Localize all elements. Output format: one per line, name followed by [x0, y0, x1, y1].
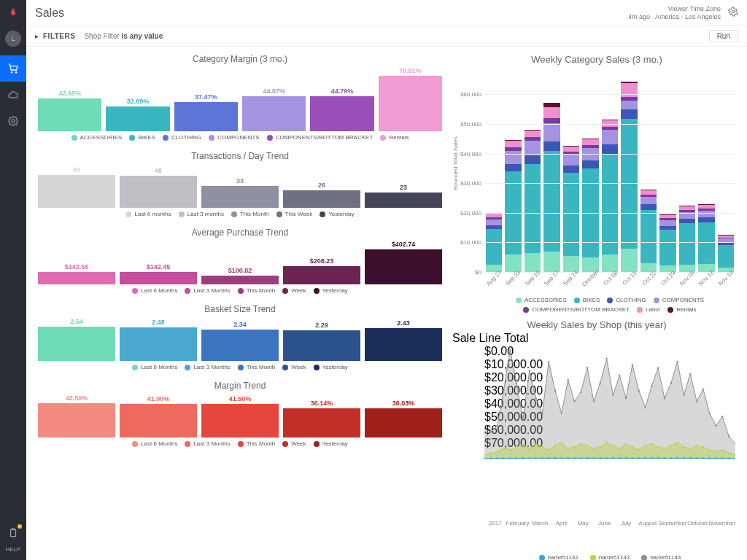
legend-item[interactable]: ACCESSORIES [516, 297, 567, 303]
legend-item[interactable]: Yesterday [314, 364, 348, 370]
legend-item[interactable]: This Week [276, 211, 313, 217]
bar[interactable] [310, 96, 374, 131]
bar-segment[interactable] [525, 253, 541, 272]
bar[interactable] [283, 408, 360, 438]
bar-segment[interactable] [505, 254, 521, 272]
bar[interactable] [283, 266, 360, 284]
filter-description[interactable]: Shop Filter is any value [84, 32, 163, 40]
legend-item[interactable]: Rentals [667, 306, 696, 313]
legend-item[interactable]: BIKES [574, 297, 600, 303]
legend-item[interactable]: Yesterday [320, 211, 354, 217]
bar-segment[interactable] [602, 144, 618, 153]
bar[interactable] [120, 327, 197, 361]
legend-item[interactable]: Last 3 Months [185, 364, 230, 370]
bar-segment[interactable] [718, 245, 734, 267]
legend-item[interactable]: Rentals [380, 134, 409, 141]
legend-item[interactable]: name51142 [539, 554, 578, 560]
sidebar-item-help[interactable] [0, 523, 26, 543]
bar-segment[interactable] [640, 204, 657, 209]
bar-segment[interactable] [563, 147, 579, 152]
legend-item[interactable]: Last 3 Months [185, 440, 230, 447]
legend-item[interactable]: Last 3 months [179, 211, 224, 217]
bar[interactable] [365, 249, 442, 284]
bar[interactable] [379, 76, 442, 131]
bar-segment[interactable] [640, 210, 657, 263]
legend-item[interactable]: BIKES [129, 134, 155, 141]
bar-segment[interactable] [679, 223, 695, 265]
filters-label[interactable]: FILTERS [43, 32, 75, 40]
bar[interactable] [38, 98, 101, 131]
bar[interactable] [365, 408, 442, 438]
sidebar-item-settings[interactable] [0, 108, 26, 134]
help-label[interactable]: HELP [0, 543, 26, 560]
bar[interactable] [283, 190, 360, 208]
legend-item[interactable]: name51143 [590, 554, 630, 560]
bar[interactable] [38, 327, 115, 361]
bar-segment[interactable] [621, 101, 637, 109]
bar-segment[interactable] [543, 141, 560, 151]
bar-segment[interactable] [543, 107, 560, 118]
bar-segment[interactable] [563, 155, 579, 166]
legend-item[interactable]: This Month [238, 287, 276, 294]
bar-segment[interactable] [563, 256, 579, 272]
bar-segment[interactable] [698, 211, 714, 217]
bar-segment[interactable] [543, 151, 560, 252]
bar-segment[interactable] [505, 164, 521, 171]
filters-toggle[interactable]: ▸ [35, 32, 39, 40]
legend-item[interactable]: This Month [238, 364, 276, 370]
bar-segment[interactable] [659, 220, 676, 226]
legend-item[interactable]: COMPONENTS [209, 134, 259, 141]
bar[interactable] [201, 404, 279, 438]
bar[interactable] [201, 186, 279, 208]
legend-item[interactable]: Yesterday [314, 440, 348, 447]
legend-item[interactable]: CLOTHING [607, 297, 646, 303]
bar[interactable] [120, 404, 197, 438]
run-button[interactable]: Run [709, 30, 738, 42]
legend-item[interactable]: Week [282, 364, 306, 370]
bar-segment[interactable] [640, 197, 657, 205]
bar[interactable] [365, 192, 442, 208]
bar-segment[interactable] [621, 83, 637, 97]
bar[interactable] [365, 328, 442, 361]
legend-item[interactable]: Last 6 Months [132, 440, 177, 447]
bar[interactable] [38, 272, 115, 284]
bar-segment[interactable] [621, 109, 637, 118]
legend-item[interactable]: CLOTHING [163, 134, 201, 141]
bar-segment[interactable] [563, 173, 579, 256]
bar[interactable] [120, 272, 197, 284]
legend-item[interactable]: Last 6 months [125, 211, 171, 217]
bar-segment[interactable] [525, 131, 541, 137]
legend-item[interactable]: Yesterday [314, 287, 348, 294]
bar-segment[interactable] [486, 229, 502, 265]
bar[interactable] [106, 106, 169, 131]
bar-segment[interactable] [505, 141, 521, 147]
bar[interactable] [38, 403, 115, 438]
bar-segment[interactable] [505, 151, 521, 164]
user-avatar[interactable]: L [5, 31, 21, 47]
legend-item[interactable]: COMPONENTS/BOTTOM BRACKET [267, 134, 374, 141]
bar[interactable] [242, 96, 306, 131]
bar-segment[interactable] [621, 249, 637, 272]
bar[interactable] [201, 330, 279, 361]
legend-item[interactable]: This Month [238, 440, 276, 447]
legend-item[interactable]: COMPONENTS [654, 297, 704, 303]
bar-segment[interactable] [525, 155, 541, 163]
legend-item[interactable]: Last 6 Months [132, 364, 177, 370]
legend-item[interactable]: Week [282, 440, 306, 447]
legend-item[interactable]: Last 6 Months [132, 287, 177, 294]
bar[interactable] [201, 276, 279, 284]
bar-segment[interactable] [543, 123, 560, 141]
sidebar-item-sales[interactable] [0, 55, 26, 82]
bar-segment[interactable] [543, 252, 560, 272]
bar[interactable] [174, 102, 238, 131]
bar-segment[interactable] [543, 118, 560, 123]
bar-segment[interactable] [486, 219, 502, 225]
bar-segment[interactable] [525, 164, 541, 253]
legend-item[interactable]: This Month [231, 211, 269, 217]
legend-item[interactable]: Labor [637, 306, 660, 313]
legend-item[interactable]: COMPONENTS/BOTTOM BRACKET [523, 306, 630, 313]
bar-segment[interactable] [563, 166, 579, 173]
legend-item[interactable]: Week [282, 287, 306, 294]
bar-segment[interactable] [602, 130, 618, 144]
bar[interactable] [120, 176, 197, 208]
